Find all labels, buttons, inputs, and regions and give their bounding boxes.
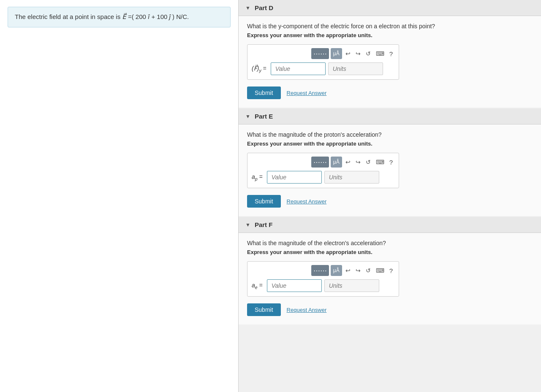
part-e-value-input[interactable]	[267, 171, 322, 184]
part-d-grid-button[interactable]: ⋯⋯	[311, 48, 329, 59]
part-d-refresh-button[interactable]: ↺	[364, 49, 372, 58]
part-d-header: ▼ Part D	[239, 0, 541, 16]
part-e-refresh-button[interactable]: ↺	[364, 158, 372, 166]
part-f-submit-button[interactable]: Submit	[247, 303, 281, 316]
part-e-section: ▼ Part E What is the magnitude of the pr…	[239, 108, 541, 216]
part-d-request-answer-button[interactable]: Request Answer	[287, 90, 327, 96]
part-e-mu-button[interactable]: μÅ	[331, 157, 342, 168]
part-f-title: Part F	[255, 221, 273, 228]
part-d-section: ▼ Part D What is the y-component of the …	[239, 0, 541, 108]
part-d-submit-button[interactable]: Submit	[247, 87, 281, 99]
part-f-collapse-icon[interactable]: ▼	[245, 222, 250, 228]
part-e-help-button[interactable]: ?	[388, 158, 394, 167]
part-d-question: What is the y-component of the electric …	[247, 23, 533, 30]
part-e-undo-button[interactable]: ↩	[344, 158, 352, 166]
part-f-refresh-button[interactable]: ↺	[364, 266, 372, 275]
part-d-redo-button[interactable]: ↪	[354, 49, 362, 58]
part-e-redo-button[interactable]: ↪	[354, 158, 362, 166]
part-f-answer-box: ⋯⋯ μÅ ↩ ↪ ↺ ⌨ ? ae =	[247, 261, 399, 297]
part-d-action-row: Submit Request Answer	[247, 87, 533, 99]
part-f-section: ▼ Part F What is the magnitude of the el…	[239, 217, 541, 324]
part-f-keyboard-button[interactable]: ⌨	[374, 266, 386, 275]
part-e-instruction: Express your answer with the appropriate…	[247, 141, 533, 147]
part-f-request-answer-button[interactable]: Request Answer	[287, 307, 327, 313]
part-d-label: (F⃗)y =	[252, 65, 266, 73]
part-f-header: ▼ Part F	[239, 217, 541, 233]
part-f-value-input[interactable]	[267, 279, 322, 292]
part-d-answer-box: ⋯⋯ μÅ ↩ ↪ ↺ ⌨ ? (F⃗)y =	[247, 44, 399, 80]
equation: E⃗ =( 200 î + 100 ĵ ) N/C.	[122, 13, 189, 20]
part-d-mu-button[interactable]: μÅ	[331, 48, 342, 59]
right-panel: ▼ Part D What is the y-component of the …	[239, 0, 541, 392]
part-d-undo-button[interactable]: ↩	[344, 49, 352, 58]
part-f-redo-button[interactable]: ↪	[354, 266, 362, 275]
part-d-keyboard-button[interactable]: ⌨	[374, 49, 386, 58]
part-d-units-input[interactable]	[328, 62, 383, 75]
part-e-request-answer-button[interactable]: Request Answer	[287, 198, 327, 205]
part-d-collapse-icon[interactable]: ▼	[245, 5, 250, 11]
part-f-units-input[interactable]	[324, 279, 379, 292]
info-text: The electric field at a point in space i…	[15, 13, 122, 20]
part-f-input-row: ae =	[252, 279, 394, 292]
part-f-undo-button[interactable]: ↩	[344, 266, 352, 275]
part-d-toolbar: ⋯⋯ μÅ ↩ ↪ ↺ ⌨ ?	[252, 48, 394, 59]
left-panel: The electric field at a point in space i…	[0, 0, 239, 392]
part-d-title: Part D	[255, 4, 273, 11]
part-f-help-button[interactable]: ?	[388, 266, 394, 275]
part-e-toolbar: ⋯⋯ μÅ ↩ ↪ ↺ ⌨ ?	[252, 157, 394, 168]
part-f-body: What is the magnitude of the electron's …	[239, 233, 541, 324]
part-e-question: What is the magnitude of the proton's ac…	[247, 131, 533, 138]
info-box: The electric field at a point in space i…	[8, 7, 231, 27]
part-d-body: What is the y-component of the electric …	[239, 16, 541, 108]
part-e-units-input[interactable]	[324, 171, 379, 184]
part-d-instruction: Express your answer with the appropriate…	[247, 32, 533, 38]
part-e-grid-button[interactable]: ⋯⋯	[311, 157, 329, 168]
part-e-body: What is the magnitude of the proton's ac…	[239, 124, 541, 216]
part-f-instruction: Express your answer with the appropriate…	[247, 249, 533, 255]
part-e-collapse-icon[interactable]: ▼	[245, 114, 250, 119]
part-e-header: ▼ Part E	[239, 108, 541, 124]
part-f-mu-button[interactable]: μÅ	[331, 265, 342, 276]
part-e-input-row: ap =	[252, 171, 394, 184]
part-d-value-input[interactable]	[271, 62, 326, 75]
part-f-action-row: Submit Request Answer	[247, 303, 533, 316]
part-e-title: Part E	[255, 113, 273, 120]
part-e-answer-box: ⋯⋯ μÅ ↩ ↪ ↺ ⌨ ? ap =	[247, 153, 399, 188]
part-e-action-row: Submit Request Answer	[247, 195, 533, 208]
part-e-label: ap =	[252, 173, 263, 181]
part-f-label: ae =	[252, 282, 263, 290]
part-f-question: What is the magnitude of the electron's …	[247, 240, 533, 246]
part-e-submit-button[interactable]: Submit	[247, 195, 281, 208]
part-f-toolbar: ⋯⋯ μÅ ↩ ↪ ↺ ⌨ ?	[252, 265, 394, 276]
part-e-keyboard-button[interactable]: ⌨	[374, 158, 386, 166]
part-d-help-button[interactable]: ?	[388, 49, 394, 58]
part-d-input-row: (F⃗)y =	[252, 62, 394, 75]
part-f-grid-button[interactable]: ⋯⋯	[311, 265, 329, 276]
